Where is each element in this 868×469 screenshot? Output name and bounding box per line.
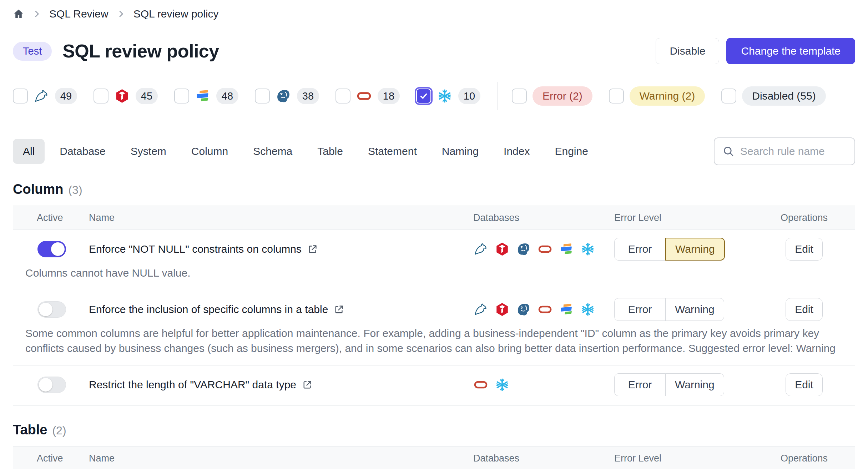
rule-row: Enforce "NOT NULL" constraints on column… — [13, 230, 855, 290]
rule-section: Column (3) ActiveNameDatabasesError Leve… — [13, 182, 855, 406]
postgres-icon — [516, 302, 531, 317]
engine-checkbox[interactable] — [416, 89, 431, 104]
section-divider — [13, 123, 855, 123]
breadcrumb-current-page: SQL review policy — [133, 8, 219, 20]
external-link-icon[interactable] — [302, 379, 313, 390]
column-header-active: Active — [13, 453, 89, 464]
column-header-databases: Databases — [473, 212, 614, 223]
engine-filter[interactable]: 10 — [416, 88, 480, 104]
tab-column[interactable]: Column — [181, 139, 238, 164]
breadcrumb: SQL Review SQL review policy — [13, 0, 855, 20]
change-template-button[interactable]: Change the template — [726, 38, 855, 64]
tab-database[interactable]: Database — [50, 139, 115, 164]
snowflake-icon — [580, 302, 595, 317]
rule-name[interactable]: Enforce "NOT NULL" constraints on column… — [89, 243, 302, 255]
postgres-icon — [276, 88, 291, 104]
engine-filter[interactable]: 45 — [94, 88, 158, 104]
filter-divider — [497, 82, 498, 110]
rule-table: ActiveNameDatabasesError LevelOperations… — [13, 446, 855, 469]
engine-count-badge: 48 — [216, 88, 238, 104]
level-filter-label: Disabled (55) — [742, 86, 826, 106]
category-tabs-row: AllDatabaseSystemColumnSchemaTableStatem… — [13, 137, 855, 165]
rule-name[interactable]: Restrict the length of "VARCHAR" data ty… — [89, 379, 296, 391]
level-filter[interactable]: Disabled (55) — [721, 86, 826, 106]
level-filter[interactable]: Error (2) — [512, 86, 592, 106]
tab-all[interactable]: All — [13, 139, 45, 164]
breadcrumb-sql-review[interactable]: SQL Review — [49, 8, 108, 20]
page-header: Test SQL review policy Disable Change th… — [13, 38, 855, 64]
search-input[interactable] — [740, 145, 854, 158]
active-toggle[interactable] — [37, 377, 66, 393]
external-link-icon[interactable] — [307, 244, 318, 254]
oracle-icon — [538, 242, 552, 257]
tab-index[interactable]: Index — [494, 139, 540, 164]
rule-name[interactable]: Enforce the inclusion of specific column… — [89, 303, 328, 316]
section-title: Table — [13, 422, 47, 438]
edit-button[interactable]: Edit — [786, 373, 823, 396]
filter-row: 49 45 48 38 18 10 Err — [13, 82, 855, 110]
rule-table: ActiveNameDatabasesError LevelOperations… — [13, 206, 855, 406]
engine-count-badge: 49 — [55, 88, 77, 104]
edit-button[interactable]: Edit — [786, 238, 823, 261]
rule-sections: Column (3) ActiveNameDatabasesError Leve… — [13, 182, 855, 469]
column-header-operations: Operations — [787, 453, 855, 464]
error-level-cell: ErrorWarning — [614, 238, 787, 261]
active-toggle[interactable] — [37, 241, 66, 257]
tab-naming[interactable]: Naming — [432, 139, 489, 164]
environment-badge[interactable]: Test — [13, 42, 52, 61]
disable-button[interactable]: Disable — [656, 38, 719, 64]
engine-checkbox[interactable] — [13, 89, 28, 104]
engine-count-badge: 38 — [297, 88, 319, 104]
column-header-error-level: Error Level — [614, 453, 787, 464]
tidb-icon — [495, 242, 510, 257]
tab-engine[interactable]: Engine — [545, 139, 598, 164]
level-checkbox[interactable] — [721, 89, 736, 104]
mysql-icon — [473, 242, 488, 257]
error-level-button[interactable]: Error — [614, 373, 666, 396]
engine-checkbox[interactable] — [94, 89, 108, 104]
section-count: (2) — [52, 424, 66, 437]
error-level-segmented: ErrorWarning — [614, 238, 725, 261]
level-filter-label: Warning (2) — [630, 86, 705, 106]
engine-count-badge: 18 — [378, 88, 400, 104]
edit-button[interactable]: Edit — [786, 298, 823, 321]
active-toggle[interactable] — [37, 301, 66, 318]
level-checkbox[interactable] — [512, 89, 527, 104]
snowflake-icon — [437, 88, 453, 104]
rule-description: Columns cannot have NULL value. — [13, 266, 855, 281]
warning-level-button[interactable]: Warning — [665, 298, 724, 321]
tab-statement[interactable]: Statement — [358, 139, 427, 164]
level-filter[interactable]: Warning (2) — [609, 86, 705, 106]
engine-checkbox[interactable] — [255, 89, 270, 104]
engine-filter[interactable]: 49 — [13, 88, 77, 104]
oceanbase-icon — [559, 242, 574, 257]
error-level-button[interactable]: Error — [614, 238, 666, 261]
tab-table[interactable]: Table — [307, 139, 353, 164]
level-filters: Error (2) Warning (2) Disabled (55) — [512, 86, 842, 106]
oracle-icon — [473, 377, 488, 392]
section-heading: Table (2) — [13, 422, 855, 438]
table-header: ActiveNameDatabasesError LevelOperations — [13, 206, 855, 230]
home-icon[interactable] — [13, 8, 24, 20]
postgres-icon — [516, 242, 531, 257]
sql-review-policy-page: SQL Review SQL review policy Test SQL re… — [0, 0, 868, 469]
tab-schema[interactable]: Schema — [243, 139, 302, 164]
oracle-icon — [538, 302, 552, 317]
warning-level-button[interactable]: Warning — [665, 238, 725, 261]
engine-checkbox[interactable] — [174, 89, 189, 104]
engine-filter[interactable]: 18 — [335, 88, 400, 104]
warning-level-button[interactable]: Warning — [665, 373, 724, 396]
engine-filter[interactable]: 38 — [255, 88, 319, 104]
level-checkbox[interactable] — [609, 89, 624, 104]
mysql-icon — [34, 88, 49, 104]
tab-system[interactable]: System — [121, 139, 176, 164]
engine-checkbox[interactable] — [335, 89, 350, 104]
error-level-button[interactable]: Error — [614, 298, 666, 321]
column-header-name: Name — [89, 212, 473, 223]
engine-filter[interactable]: 48 — [174, 88, 238, 104]
column-header-operations: Operations — [787, 212, 855, 223]
table-body: Enforce "NOT NULL" constraints on column… — [13, 230, 855, 405]
oceanbase-icon — [559, 302, 574, 317]
oceanbase-icon — [195, 88, 211, 104]
external-link-icon[interactable] — [334, 304, 344, 315]
